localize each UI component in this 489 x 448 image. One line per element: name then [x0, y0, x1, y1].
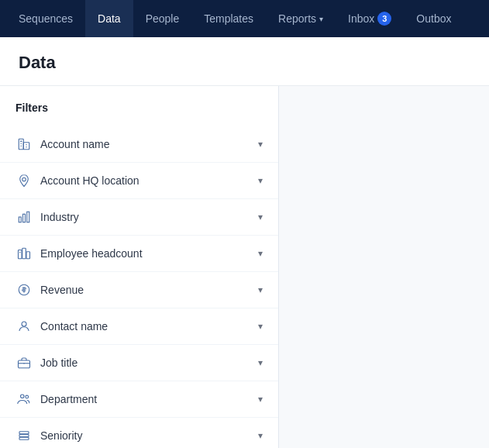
svg-point-8: [22, 177, 26, 181]
filter-seniority-label: Seniority: [40, 429, 258, 442]
svg-rect-9: [19, 217, 21, 222]
svg-rect-24: [19, 435, 29, 437]
svg-rect-25: [19, 437, 29, 439]
nav-reports[interactable]: Reports ▾: [266, 0, 336, 37]
location-icon: [15, 172, 33, 189]
nav-people[interactable]: People: [133, 0, 192, 37]
people-group-icon: [15, 391, 33, 408]
svg-rect-1: [23, 143, 29, 150]
main-layout: Filters Account name ▾ Account HQ locati…: [0, 86, 489, 448]
svg-rect-11: [27, 212, 29, 222]
nav-data[interactable]: Data: [85, 0, 133, 37]
chevron-down-icon: ▾: [258, 175, 263, 186]
filters-sidebar: Filters Account name ▾ Account HQ locati…: [0, 86, 279, 448]
people-building-icon: [15, 245, 33, 262]
chevron-down-icon: ▾: [258, 139, 263, 150]
chevron-down-icon: ▾: [258, 212, 263, 222]
filter-account-hq-location-label: Account HQ location: [40, 174, 258, 187]
svg-point-21: [21, 395, 25, 398]
nav-templates[interactable]: Templates: [191, 0, 266, 37]
filter-employee-headcount-label: Employee headcount: [40, 247, 258, 260]
svg-rect-13: [22, 248, 26, 259]
svg-rect-0: [19, 139, 23, 150]
layers-icon: [15, 427, 33, 444]
filter-seniority[interactable]: Seniority ▾: [0, 418, 278, 448]
filter-job-title-label: Job title: [40, 357, 258, 369]
person-icon: [15, 318, 33, 335]
svg-rect-18: [19, 360, 30, 368]
filter-industry[interactable]: Industry ▾: [0, 199, 278, 236]
filter-department[interactable]: Department ▾: [0, 381, 278, 418]
svg-point-22: [26, 395, 29, 398]
svg-rect-14: [26, 252, 30, 259]
filter-account-name[interactable]: Account name ▾: [0, 126, 278, 163]
chevron-down-icon: ▾: [258, 248, 263, 259]
filter-contact-name-label: Contact name: [40, 320, 258, 333]
chevron-down-icon: ▾: [258, 284, 263, 295]
filters-heading: Filters: [0, 102, 278, 126]
filter-employee-headcount[interactable]: Employee headcount ▾: [0, 236, 278, 272]
filter-revenue[interactable]: Revenue ▾: [0, 272, 278, 308]
chevron-down-icon: ▾: [258, 321, 263, 332]
filter-contact-name[interactable]: Contact name ▾: [0, 308, 278, 345]
filter-department-label: Department: [40, 393, 258, 405]
chart-bar-icon: [15, 208, 33, 226]
briefcase-icon: [15, 354, 33, 371]
filter-industry-label: Industry: [40, 211, 258, 223]
filter-account-hq-location[interactable]: Account HQ location ▾: [0, 163, 278, 199]
chevron-down-icon: ▾: [258, 394, 263, 405]
chevron-down-icon: ▾: [258, 430, 263, 441]
reports-chevron-icon: ▾: [319, 15, 323, 23]
filter-revenue-label: Revenue: [40, 284, 258, 296]
main-content: [279, 86, 489, 448]
svg-point-17: [22, 322, 26, 326]
nav-sequences[interactable]: Sequences: [6, 0, 85, 37]
top-nav: Sequences Data People Templates Reports …: [0, 0, 489, 37]
page-title: Data: [0, 37, 489, 86]
building-icon: [15, 136, 33, 153]
nav-outbox[interactable]: Outbox: [404, 0, 463, 37]
dollar-circle-icon: [15, 281, 33, 298]
svg-rect-10: [23, 214, 26, 222]
inbox-badge: 3: [377, 12, 391, 26]
filter-job-title[interactable]: Job title ▾: [0, 345, 278, 381]
svg-rect-23: [19, 432, 29, 434]
chevron-down-icon: ▾: [258, 357, 263, 368]
svg-rect-12: [19, 250, 22, 259]
nav-inbox[interactable]: Inbox 3: [336, 0, 404, 37]
filter-account-name-label: Account name: [40, 138, 258, 150]
